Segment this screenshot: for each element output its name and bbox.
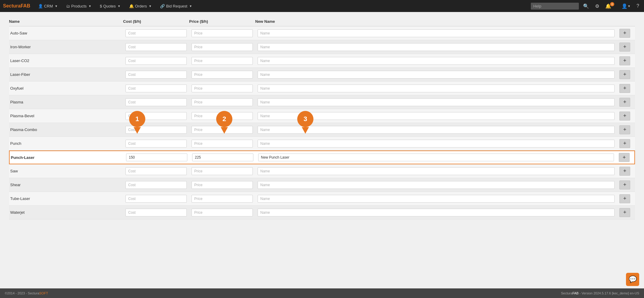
price-input-12[interactable] bbox=[192, 195, 253, 203]
price-input-4[interactable] bbox=[192, 85, 253, 92]
brand-logo: SecturaFAB bbox=[3, 3, 30, 9]
row-name-punch: Punch bbox=[9, 141, 123, 146]
new-name-input-8[interactable] bbox=[258, 140, 615, 148]
new-name-input-13[interactable] bbox=[258, 209, 615, 216]
nav-orders[interactable]: 🔔 Orders ▼ bbox=[125, 0, 156, 12]
cost-input-2[interactable] bbox=[125, 57, 187, 65]
add-row-button-5[interactable]: + bbox=[619, 98, 630, 107]
row-name-plasma-combo: Plasma-Combo bbox=[9, 127, 123, 132]
add-row-button-9[interactable]: + bbox=[619, 153, 630, 162]
new-name-input-9[interactable] bbox=[258, 153, 614, 161]
price-input-0[interactable] bbox=[192, 29, 253, 37]
user-menu-button[interactable]: 👤 ▼ bbox=[620, 3, 632, 9]
new-name-input-12[interactable] bbox=[258, 195, 615, 203]
new-name-input-0[interactable] bbox=[258, 29, 615, 37]
cost-input-4[interactable] bbox=[125, 85, 187, 92]
new-name-input-1[interactable] bbox=[258, 43, 615, 51]
help-button[interactable]: ? bbox=[635, 3, 641, 9]
add-row-button-12[interactable]: + bbox=[619, 194, 630, 203]
navbar-right: 🔍 ⚙ 🔔0 👤 ▼ ? bbox=[531, 3, 641, 10]
table-row: Plasma-Combo+ bbox=[9, 123, 635, 137]
cost-input-8[interactable] bbox=[125, 140, 187, 148]
add-row-button-1[interactable]: + bbox=[619, 43, 630, 52]
new-name-input-10[interactable] bbox=[258, 167, 615, 175]
row-name-tube-laser: Tube-Laser bbox=[9, 196, 123, 201]
orders-icon: 🔔 bbox=[129, 4, 134, 8]
cost-input-5[interactable] bbox=[125, 98, 187, 106]
notifications-button[interactable]: 🔔0 bbox=[603, 3, 617, 9]
row-name-punch-laser: Punch-Laser bbox=[10, 155, 124, 160]
cost-input-12[interactable] bbox=[125, 195, 187, 203]
cost-input-1[interactable] bbox=[125, 43, 187, 51]
price-input-6[interactable] bbox=[192, 112, 253, 120]
new-name-input-11[interactable] bbox=[258, 181, 615, 189]
new-name-input-2[interactable] bbox=[258, 57, 615, 65]
chat-button[interactable]: 💬 bbox=[626, 273, 639, 286]
table-header: Name Cost ($/h) Price ($/h) New Name bbox=[9, 18, 635, 26]
row-name-auto-saw: Auto-Saw bbox=[9, 31, 123, 35]
price-input-10[interactable] bbox=[192, 167, 253, 175]
new-name-input-6[interactable] bbox=[258, 112, 615, 120]
price-input-1[interactable] bbox=[192, 43, 253, 51]
add-row-button-6[interactable]: + bbox=[619, 112, 630, 121]
add-row-button-7[interactable]: + bbox=[619, 125, 630, 134]
nav-bid-request[interactable]: 🔗 Bid Request ▼ bbox=[156, 0, 196, 12]
table-row: Shear+ bbox=[9, 178, 635, 192]
table-row: Iron-Worker+ bbox=[9, 40, 635, 54]
crm-icon: 👤 bbox=[38, 4, 43, 8]
add-row-button-11[interactable]: + bbox=[619, 180, 630, 189]
cost-input-13[interactable] bbox=[125, 209, 187, 216]
table-row: Auto-Saw+ bbox=[9, 26, 635, 40]
nav-crm[interactable]: 👤 CRM ▼ bbox=[35, 0, 62, 12]
table-row: Plasma-Bevel+ bbox=[9, 109, 635, 123]
row-name-plasma-bevel: Plasma-Bevel bbox=[9, 114, 123, 118]
price-input-8[interactable] bbox=[192, 140, 253, 148]
add-row-button-4[interactable]: + bbox=[619, 84, 630, 93]
add-row-button-0[interactable]: + bbox=[619, 29, 630, 38]
brand-suffix: FAB bbox=[21, 3, 30, 8]
add-row-button-13[interactable]: + bbox=[619, 208, 630, 217]
add-row-button-2[interactable]: + bbox=[619, 56, 630, 65]
row-name-waterjet: Waterjet bbox=[9, 210, 123, 215]
price-input-13[interactable] bbox=[192, 209, 253, 216]
price-input-5[interactable] bbox=[192, 98, 253, 106]
price-input-9[interactable] bbox=[192, 153, 253, 161]
new-name-input-5[interactable] bbox=[258, 98, 615, 106]
price-input-2[interactable] bbox=[192, 57, 253, 65]
table-body: Auto-Saw+Iron-Worker+Laser-CO2+Laser-Fib… bbox=[9, 26, 635, 219]
cost-input-3[interactable] bbox=[125, 71, 187, 79]
price-input-3[interactable] bbox=[192, 71, 253, 79]
price-input-11[interactable] bbox=[192, 181, 253, 189]
cost-input-10[interactable] bbox=[125, 167, 187, 175]
footer-right: SecturaFAB - Version 2024.5.17.6 [kec_de… bbox=[561, 291, 639, 295]
new-name-input-7[interactable] bbox=[258, 126, 615, 134]
help-search-input[interactable] bbox=[531, 3, 579, 10]
price-input-7[interactable] bbox=[192, 126, 253, 134]
table-row: Punch+ bbox=[9, 137, 635, 150]
cost-input-11[interactable] bbox=[125, 181, 187, 189]
row-name-iron-worker: Iron-Worker bbox=[9, 45, 123, 49]
row-name-plasma: Plasma bbox=[9, 100, 123, 104]
settings-button[interactable]: ⚙ bbox=[593, 3, 601, 9]
new-name-input-4[interactable] bbox=[258, 85, 615, 92]
add-row-button-10[interactable]: + bbox=[619, 167, 630, 176]
cost-input-7[interactable] bbox=[125, 126, 187, 134]
col-cost: Cost ($/h) bbox=[123, 19, 189, 24]
search-button[interactable]: 🔍 bbox=[581, 3, 591, 9]
add-row-button-3[interactable]: + bbox=[619, 70, 630, 79]
main-content: Name Cost ($/h) Price ($/h) New Name Aut… bbox=[0, 12, 644, 288]
notification-badge: 0 bbox=[610, 2, 614, 6]
bid-request-chevron-icon: ▼ bbox=[189, 4, 192, 8]
cost-input-0[interactable] bbox=[125, 29, 187, 37]
cost-input-9[interactable] bbox=[126, 153, 187, 161]
navbar: SecturaFAB 👤 CRM ▼ 🗂 Products ▼ $ Quotes… bbox=[0, 0, 644, 12]
footer: ©2014 - 2023 - SecturaSOFT SecturaFAB - … bbox=[0, 288, 644, 298]
new-name-input-3[interactable] bbox=[258, 71, 615, 79]
nav-quotes[interactable]: $ Quotes ▼ bbox=[96, 0, 124, 12]
cost-input-6[interactable] bbox=[125, 112, 187, 120]
nav-products[interactable]: 🗂 Products ▼ bbox=[62, 0, 95, 12]
col-new-name: New Name bbox=[255, 19, 617, 24]
add-row-button-8[interactable]: + bbox=[619, 139, 630, 148]
footer-brand-orange: SOFT bbox=[39, 291, 48, 295]
products-icon: 🗂 bbox=[66, 4, 70, 8]
